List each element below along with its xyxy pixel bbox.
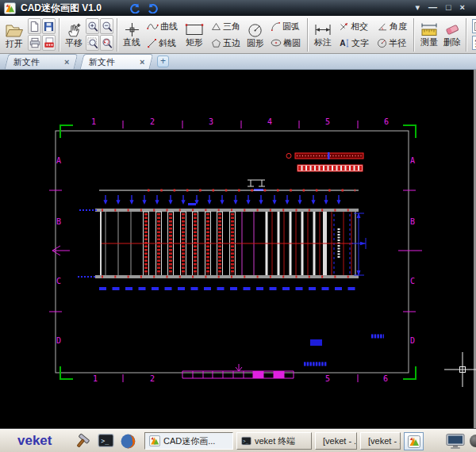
- rectangle-icon: [184, 22, 205, 37]
- toolbar-divider: [466, 18, 467, 52]
- measure-tool-button[interactable]: 测量: [417, 17, 441, 52]
- pdf-icon: [44, 37, 55, 48]
- dimension-lines: [351, 213, 366, 275]
- circle-tool-button[interactable]: 圆形: [244, 17, 267, 52]
- pan-label: 平移: [65, 38, 83, 48]
- taskbar-window-terminal[interactable]: >_ veket 终端: [236, 432, 312, 450]
- print-button[interactable]: [28, 35, 41, 51]
- save-icon: [44, 21, 54, 32]
- grid-label-bottom: 6: [383, 374, 388, 383]
- firefox-icon: [120, 433, 136, 450]
- new-file-button[interactable]: [28, 18, 41, 34]
- triangle-label: 三角: [223, 21, 240, 33]
- taskbar-window-label: [veket - ...: [323, 436, 357, 446]
- zoom-out-icon: [102, 21, 113, 33]
- taskbar-window-files-1[interactable]: [veket - ...: [315, 432, 357, 450]
- tray-display-icon[interactable]: [445, 433, 466, 452]
- radius-icon: [377, 38, 387, 48]
- drawing-canvas[interactable]: 1 2 3 4 5 6 1 2 5 6 A B C D A B C D: [0, 70, 476, 429]
- redo-button[interactable]: [146, 2, 160, 14]
- angle-icon: [377, 21, 388, 32]
- grid-label-top: 1: [91, 117, 96, 126]
- arc-tool-button[interactable]: 圆弧: [267, 18, 304, 34]
- line-tool-button[interactable]: 直线: [121, 17, 143, 52]
- toolbar-divider: [59, 18, 60, 52]
- taskbar-window-label: veket 终端: [255, 435, 295, 447]
- triangle-tool-button[interactable]: 三角: [208, 18, 244, 34]
- ellipse-tool-button[interactable]: 椭圆: [267, 35, 304, 51]
- circle-icon: [248, 22, 264, 38]
- color-select[interactable]: 白: [472, 19, 476, 33]
- grid-label-right: C: [410, 277, 415, 285]
- zoom-in-icon: [87, 21, 98, 33]
- export-pdf-button[interactable]: [42, 35, 56, 51]
- maximize-button[interactable]: □: [446, 2, 451, 13]
- zoom-previous-icon: [102, 37, 113, 49]
- pentagon-tool-button[interactable]: 五边: [208, 35, 244, 51]
- oblique-line-tool-button[interactable]: 斜线: [144, 35, 181, 51]
- text-label: 文字: [351, 37, 369, 49]
- zoom-mini-buttons: [86, 18, 113, 51]
- setup-tool-launcher[interactable]: [75, 433, 92, 450]
- terminal-icon: >_: [241, 436, 251, 446]
- intersect-text-group: 相交 A 文字: [336, 18, 372, 51]
- redo-icon: [148, 3, 159, 13]
- open-button[interactable]: 打开: [2, 17, 27, 52]
- delete-label: 删除: [443, 37, 461, 47]
- curve-icon: [147, 21, 159, 32]
- tab-close-icon[interactable]: ×: [139, 57, 144, 67]
- rectangle-tool-button[interactable]: 矩形: [182, 17, 207, 52]
- window-controls: ▾ — □ ×: [415, 2, 465, 13]
- svg-text:A: A: [340, 39, 346, 48]
- circle-label: 圆形: [247, 38, 264, 48]
- browser-launcher[interactable]: [120, 433, 136, 450]
- zoom-out-button[interactable]: [100, 18, 113, 34]
- measure-label: 测量: [420, 37, 438, 47]
- measure-ruler-icon: [420, 22, 439, 37]
- dimension-label: 标注: [314, 37, 332, 47]
- close-button[interactable]: ×: [460, 2, 465, 13]
- tab-new-file-2[interactable]: 新文件 ×: [80, 54, 154, 69]
- zoom-previous-button[interactable]: [100, 35, 113, 51]
- tray-status-icon[interactable]: [470, 435, 476, 447]
- sheet-frame: [49, 70, 476, 429]
- text-icon: A: [339, 38, 350, 48]
- start-menu-button[interactable]: veket: [17, 433, 52, 449]
- linetype-select[interactable]: 实线: [472, 36, 476, 50]
- grid-label-top: 3: [209, 117, 213, 126]
- curve-tool-button[interactable]: 曲线: [144, 18, 181, 34]
- angle-label: 角度: [390, 21, 407, 33]
- grid-label-left: C: [56, 277, 61, 285]
- cad-drawing[interactable]: [0, 70, 476, 429]
- ellipse-label: 椭圆: [283, 37, 301, 49]
- pan-button[interactable]: 平移: [63, 17, 85, 52]
- delete-tool-button[interactable]: 删除: [441, 17, 463, 52]
- tab-close-icon[interactable]: ×: [63, 57, 68, 67]
- radius-tool-button[interactable]: 半径: [374, 35, 410, 51]
- dimension-tool-button[interactable]: 标注: [311, 17, 335, 52]
- shade-button[interactable]: ▾: [415, 2, 420, 13]
- add-tab-button[interactable]: +: [157, 56, 169, 67]
- text-tool-button[interactable]: A 文字: [336, 35, 372, 51]
- undo-button[interactable]: [127, 2, 141, 14]
- toolbar-divider: [117, 18, 118, 52]
- taskbar-window-cad[interactable]: CAD迷你画...: [144, 432, 233, 450]
- angle-tool-button[interactable]: 角度: [374, 18, 410, 34]
- app-logo-icon: [4, 2, 16, 14]
- taskbar-window-files-2[interactable]: [veket - ...: [360, 432, 401, 450]
- save-button[interactable]: [42, 18, 56, 34]
- svg-text:>_: >_: [101, 437, 109, 445]
- ellipse-icon: [271, 38, 282, 48]
- zoom-window-button[interactable]: [86, 35, 99, 51]
- angle-radius-group: 角度 半径: [374, 18, 410, 51]
- terminal-launcher[interactable]: >_: [98, 433, 114, 450]
- zoom-in-button[interactable]: [86, 18, 99, 34]
- cad-app-icon: [408, 435, 420, 448]
- cad-app-icon: [149, 435, 160, 446]
- tray-cad-icon[interactable]: [404, 432, 424, 450]
- svg-text:>_: >_: [244, 439, 249, 444]
- tab-new-file-1[interactable]: 新文件 ×: [5, 54, 79, 69]
- grid-label-right: D: [410, 336, 415, 345]
- intersect-tool-button[interactable]: 相交: [336, 18, 372, 34]
- minimize-button[interactable]: —: [428, 2, 437, 13]
